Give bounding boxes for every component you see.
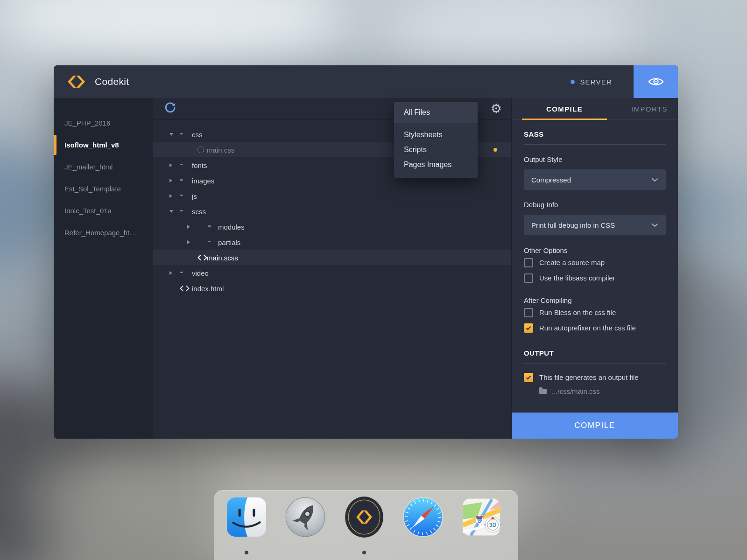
expand-arrow-icon[interactable] [187,240,190,244]
svg-text:3D: 3D [489,522,497,528]
preview-button[interactable] [634,65,678,98]
dock-finder[interactable] [225,496,268,539]
debug-info-select[interactable]: Print full debug info in CSS [524,215,666,235]
active-tab-underline [522,119,607,120]
expand-arrow-icon[interactable] [187,225,190,229]
folder-icon [539,389,547,394]
sidebar-item-ionic-test-01a[interactable]: Ionic_Test_01a [54,200,153,222]
compile-button[interactable]: COMPILE [512,413,678,439]
running-indicator-dot [245,551,248,554]
settings-gear-icon[interactable]: ⚙ [491,103,502,115]
sidebar-item-isoflow-html-v8[interactable]: Isoflow_html_v8 [54,134,153,156]
option-label: Run autoprefixer on the css file [539,324,636,332]
option-label: Use the libsass compiler [539,274,615,282]
output-style-select[interactable]: Compressed [524,169,666,190]
dock-codekit[interactable] [343,496,386,539]
tab-imports[interactable]: IMPORTS [631,105,668,113]
svg-text:280: 280 [476,518,483,523]
tree-item-main-scss[interactable]: main.scss [153,250,511,265]
tree-item-label: video [192,269,209,277]
option-run-autoprefixer[interactable]: Run autoprefixer on the css file [524,321,666,335]
codekit-window: Codekit SERVER JE_PHP_2016 Isoflow_html_… [54,65,678,439]
option-create-source-map[interactable]: Create a source map [524,255,666,270]
project-label: JE_PHP_2016 [64,119,110,127]
debug-info-value: Print full debug info in CSS [531,221,615,229]
sidebar-item-est-sol-template[interactable]: Est_Sol_Template [54,178,153,200]
tree-item-label: modules [218,223,245,231]
tree-item-partials[interactable]: partials [153,234,511,250]
filter-option-label: Scripts [404,146,427,154]
filter-option-scripts[interactable]: Scripts [394,142,478,157]
tree-item-scss[interactable]: scss [153,203,511,219]
server-status[interactable]: SERVER [571,78,612,86]
checkbox-checked-icon[interactable] [524,373,533,382]
chevron-down-icon [651,223,658,227]
option-generates-output[interactable]: This file generates an output file [524,370,666,385]
tree-item-label: css [192,130,203,138]
output-path: .../css/main.css [552,387,600,395]
tab-compile[interactable]: COMPILE [546,105,583,113]
tree-item-label: main.scss [207,253,238,261]
modified-dot-icon [493,148,497,152]
option-use-libsass[interactable]: Use the libsass compiler [524,271,666,285]
tree-item-label: index.html [192,284,224,292]
tree-item-index-html[interactable]: index.html [153,280,511,296]
output-path-row[interactable]: .../css/main.css [539,387,666,395]
server-status-dot-icon [571,80,575,84]
maps-icon: 280 3D [460,496,503,539]
dock-maps[interactable]: 280 3D [460,496,503,539]
tree-item-label: main.css [207,146,234,154]
tree-item-video[interactable]: video [153,265,511,280]
option-label: This file generates an output file [539,373,639,381]
sidebar-item-refer-homepage[interactable]: Refer_Homepage_ht… [54,222,153,244]
filter-option-stylesheets[interactable]: Stylesheets [394,127,478,142]
checkbox-unchecked-icon[interactable] [524,273,533,283]
option-run-bless[interactable]: Run Bless on the css file [524,305,666,320]
expand-arrow-icon[interactable] [169,194,172,198]
codekit-logo-icon [66,75,86,88]
collapse-arrow-icon[interactable] [169,133,173,136]
running-indicator-dot [362,551,366,554]
tree-item-modules[interactable]: modules [153,219,511,234]
expand-arrow-icon[interactable] [169,271,172,275]
code-file-icon [180,285,190,292]
output-style-label: Output Style [524,155,666,163]
option-label: Run Bless on the css file [539,308,616,316]
tree-item-label: fonts [192,161,207,169]
expand-arrow-icon[interactable] [169,163,172,167]
section-title-output: OUTPUT [524,349,666,357]
project-label: Est_Sol_Template [64,185,121,193]
filter-selected-label: All Files [404,108,430,117]
safari-icon [402,496,444,539]
collapse-arrow-icon[interactable] [169,210,173,213]
project-label: Isoflow_html_v8 [64,141,119,149]
refresh-icon [164,102,176,114]
tree-item-label: scss [192,207,206,215]
project-label: Ionic_Test_01a [64,207,112,215]
filter-option-all-files[interactable]: All Files [394,102,478,123]
expand-arrow-icon[interactable] [169,179,172,182]
finder-icon [225,496,268,539]
titlebar: Codekit SERVER [54,65,678,98]
pending-circle-icon [197,147,204,153]
divider [524,363,666,364]
checkbox-checked-icon[interactable] [524,323,533,333]
refresh-button[interactable] [164,102,176,116]
chevron-down-icon [651,178,658,182]
project-sidebar: JE_PHP_2016 Isoflow_html_v8 JE_mailer_ht… [54,98,153,439]
checkbox-unchecked-icon[interactable] [524,308,533,317]
dock: 280 3D [214,490,518,560]
checkbox-unchecked-icon[interactable] [524,258,533,267]
tree-item-label: js [192,192,197,200]
filter-option-pages-images[interactable]: Pages Images [394,157,478,172]
dock-safari[interactable] [402,496,444,539]
tree-item-js[interactable]: js [153,188,511,203]
debug-info-label: Debug Info [524,201,666,209]
sidebar-item-je-mailer-html[interactable]: JE_mailer_html [54,156,153,178]
settings-panel: COMPILE IMPORTS SASS Output Style Compre… [511,98,678,439]
dock-launchpad[interactable] [284,496,327,539]
sidebar-item-je-php-2016[interactable]: JE_PHP_2016 [54,112,153,134]
tree-item-label: images [192,176,214,184]
other-options-label: Other Options [524,246,666,254]
codekit-dock-icon [343,496,386,539]
